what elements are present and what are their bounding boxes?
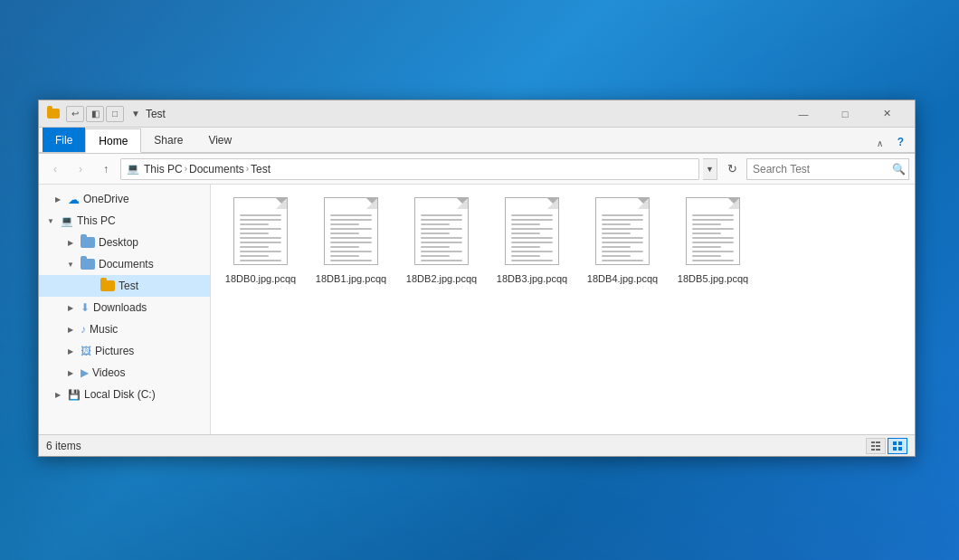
items-count: 6 items bbox=[46, 440, 866, 452]
doc-lines-2 bbox=[421, 214, 462, 261]
file-item-2[interactable]: 18DB2.jpg.pcqq bbox=[401, 194, 482, 289]
path-segment-thispc: 💻 This PC bbox=[127, 163, 183, 176]
line bbox=[240, 242, 281, 243]
window-icon bbox=[46, 107, 61, 121]
file-item-0[interactable]: 18DB0.jpg.pcqq bbox=[220, 194, 301, 289]
line bbox=[330, 228, 372, 230]
svg-rect-5 bbox=[876, 449, 880, 451]
title-bar: ↩ ◧ □ ▼ Test — □ ✕ bbox=[39, 100, 915, 128]
details-view-icon bbox=[870, 441, 881, 451]
expand-icon: ▶ bbox=[64, 301, 77, 314]
expand-icon: ▶ bbox=[52, 388, 64, 401]
address-path[interactable]: 💻 This PC › Documents › Test bbox=[120, 158, 699, 180]
sidebar-item-downloads[interactable]: ▶ ⬇ Downloads bbox=[39, 297, 210, 318]
search-icon[interactable]: 🔍 bbox=[892, 163, 906, 176]
line bbox=[240, 260, 281, 261]
line bbox=[330, 242, 372, 243]
line bbox=[240, 255, 269, 257]
undo-qs-button[interactable]: ↩ bbox=[66, 106, 84, 122]
line bbox=[511, 255, 540, 257]
sidebar-item-desktop[interactable]: ▶ Desktop bbox=[39, 232, 210, 253]
ribbon: File Home Share View ∧ ? bbox=[39, 128, 915, 154]
properties-qs-button[interactable]: ◧ bbox=[86, 106, 104, 122]
file-item-4[interactable]: 18DB4.jpg.pcqq bbox=[582, 194, 663, 289]
line bbox=[602, 233, 631, 234]
line bbox=[602, 246, 631, 248]
close-button[interactable]: ✕ bbox=[866, 100, 907, 128]
file-item-3[interactable]: 18DB3.jpg.pcqq bbox=[491, 194, 573, 289]
search-box[interactable]: 🔍 bbox=[746, 158, 909, 180]
line bbox=[421, 260, 462, 261]
tab-file[interactable]: File bbox=[43, 128, 85, 152]
doc-shape-3 bbox=[505, 197, 559, 265]
thispc-icon: 💻 bbox=[127, 163, 139, 175]
sidebar-item-documents[interactable]: ▼ Documents bbox=[39, 253, 210, 275]
svg-rect-1 bbox=[876, 441, 880, 443]
newbtn-qs-button[interactable]: □ bbox=[106, 106, 124, 122]
disk-icon: 💾 bbox=[68, 389, 81, 401]
line bbox=[240, 237, 281, 239]
minimize-button[interactable]: — bbox=[783, 100, 824, 128]
downloads-icon: ⬇ bbox=[81, 301, 90, 314]
status-bar: 6 items bbox=[39, 434, 915, 456]
toolbar-chevron[interactable]: ▼ bbox=[131, 109, 140, 119]
line bbox=[692, 223, 721, 225]
sidebar-item-test[interactable]: ▶ Test bbox=[39, 275, 210, 297]
quick-access-toolbar: ↩ ◧ □ bbox=[66, 106, 124, 122]
ribbon-collapse-button[interactable]: ∧ bbox=[869, 135, 890, 152]
up-button[interactable]: ↑ bbox=[95, 158, 117, 180]
line bbox=[421, 219, 462, 221]
path-dropdown-button[interactable]: ▼ bbox=[703, 158, 717, 180]
forward-button[interactable]: › bbox=[70, 158, 91, 180]
file-icon-4 bbox=[591, 197, 654, 270]
line bbox=[421, 255, 450, 257]
refresh-button[interactable]: ↻ bbox=[721, 158, 743, 180]
line bbox=[692, 251, 734, 252]
file-item-5[interactable]: 18DB5.jpg.pcqq bbox=[672, 194, 754, 289]
sidebar-item-onedrive[interactable]: ▶ ☁ OneDrive bbox=[39, 188, 210, 210]
doc-shape-0 bbox=[233, 197, 288, 265]
music-icon: ♪ bbox=[81, 323, 86, 336]
svg-rect-3 bbox=[876, 445, 880, 447]
doc-lines-4 bbox=[602, 214, 643, 261]
search-input[interactable] bbox=[753, 163, 888, 176]
file-icon-1 bbox=[319, 197, 383, 270]
file-content-area: 18DB0.jpg.pcqq bbox=[211, 185, 915, 434]
line bbox=[240, 228, 281, 230]
line bbox=[421, 223, 450, 225]
line bbox=[602, 228, 643, 230]
file-name-3: 18DB3.jpg.pcqq bbox=[497, 273, 567, 285]
sidebar-item-videos[interactable]: ▶ ▶ Videos bbox=[39, 362, 210, 384]
svg-rect-6 bbox=[893, 441, 897, 445]
line bbox=[602, 223, 631, 225]
help-button[interactable]: ? bbox=[890, 132, 911, 152]
line bbox=[421, 242, 462, 243]
details-view-button[interactable] bbox=[866, 438, 886, 454]
path-segment-test: Test bbox=[251, 163, 271, 176]
tiles-view-icon bbox=[892, 441, 903, 451]
sidebar-item-thispc[interactable]: ▼ 💻 This PC bbox=[39, 210, 210, 232]
line bbox=[511, 228, 553, 230]
explorer-window: ↩ ◧ □ ▼ Test — □ ✕ File Home Share View bbox=[38, 100, 916, 457]
tiles-view-button[interactable] bbox=[888, 438, 907, 454]
line bbox=[692, 233, 721, 234]
line bbox=[421, 246, 450, 248]
line bbox=[240, 246, 269, 248]
svg-rect-7 bbox=[898, 441, 902, 445]
tab-view[interactable]: View bbox=[195, 128, 244, 152]
line bbox=[692, 228, 734, 230]
line bbox=[511, 242, 553, 243]
back-button[interactable]: ‹ bbox=[44, 158, 66, 180]
maximize-button[interactable]: □ bbox=[824, 100, 866, 128]
sidebar-item-localc[interactable]: ▶ 💾 Local Disk (C:) bbox=[39, 384, 210, 405]
file-icon-0 bbox=[229, 197, 292, 270]
line bbox=[692, 246, 721, 248]
sidebar-item-pictures[interactable]: ▶ 🖼 Pictures bbox=[39, 340, 210, 362]
file-item-1[interactable]: 18DB1.jpg.pcqq bbox=[310, 194, 392, 289]
ribbon-tab-bar: File Home Share View ∧ ? bbox=[39, 128, 915, 153]
line bbox=[240, 251, 281, 252]
tab-home[interactable]: Home bbox=[85, 128, 141, 153]
sidebar-item-music[interactable]: ▶ ♪ Music bbox=[39, 318, 210, 340]
expand-icon: ▶ bbox=[52, 193, 64, 205]
tab-share[interactable]: Share bbox=[141, 128, 195, 152]
